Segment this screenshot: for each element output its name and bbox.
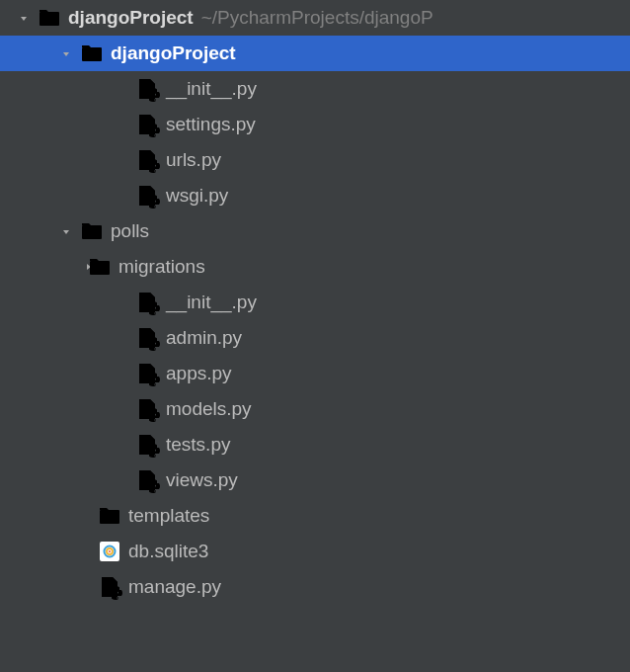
file-label: views.py xyxy=(166,469,238,491)
tree-row-templates[interactable]: templates xyxy=(0,498,630,534)
folder-label: migrations xyxy=(118,256,205,278)
file-label: admin.py xyxy=(166,327,242,349)
python-file-icon xyxy=(136,469,158,491)
tree-row-file-views[interactable]: views.py xyxy=(0,462,630,498)
tree-row-file-urls[interactable]: urls.py xyxy=(0,142,630,178)
python-file-icon xyxy=(136,398,158,420)
file-label: models.py xyxy=(166,398,252,420)
python-file-icon xyxy=(136,149,158,171)
python-file-icon xyxy=(99,576,120,598)
templates-folder-icon xyxy=(99,505,120,527)
tree-row-file-settings[interactable]: settings.py xyxy=(0,107,630,142)
tree-row-file-tests[interactable]: tests.py xyxy=(0,427,630,462)
chevron-down-icon[interactable] xyxy=(15,9,33,27)
file-label: wsgi.py xyxy=(166,185,228,207)
tree-row-file-db[interactable]: db.sqlite3 xyxy=(0,534,630,569)
file-label: __init__.py xyxy=(166,78,257,100)
folder-label: polls xyxy=(111,220,149,242)
tree-row-file-init2[interactable]: __init__.py xyxy=(0,285,630,320)
python-file-icon xyxy=(136,292,158,313)
project-root-path: ~/PycharmProjects/djangoP xyxy=(201,7,433,29)
python-file-icon xyxy=(136,327,158,349)
file-label: db.sqlite3 xyxy=(128,541,208,562)
python-file-icon xyxy=(136,363,158,384)
tree-row-root[interactable]: djangoProject ~/PycharmProjects/djangoP xyxy=(0,0,630,36)
file-label: settings.py xyxy=(166,114,256,135)
tree-row-polls[interactable]: polls xyxy=(0,213,630,249)
file-label: urls.py xyxy=(166,149,221,171)
python-file-icon xyxy=(136,78,158,100)
folder-icon xyxy=(39,7,60,29)
tree-row-file-apps[interactable]: apps.py xyxy=(0,356,630,391)
tree-row-file-init1[interactable]: __init__.py xyxy=(0,71,630,107)
chevron-down-icon[interactable] xyxy=(57,222,75,240)
project-root-label: djangoProject xyxy=(68,7,194,29)
package-folder-icon xyxy=(81,220,103,242)
folder-label: djangoProject xyxy=(111,42,236,64)
tree-row-file-manage[interactable]: manage.py xyxy=(0,569,630,605)
file-label: __init__.py xyxy=(166,292,257,313)
file-label: manage.py xyxy=(128,576,221,598)
package-folder-icon xyxy=(81,42,103,64)
folder-label: templates xyxy=(128,505,209,527)
tree-row-file-models[interactable]: models.py xyxy=(0,391,630,427)
python-file-icon xyxy=(136,114,158,135)
chevron-down-icon[interactable] xyxy=(57,44,75,62)
tree-row-file-wsgi[interactable]: wsgi.py xyxy=(0,178,630,213)
package-folder-icon xyxy=(89,256,111,278)
python-file-icon xyxy=(136,185,158,207)
file-label: tests.py xyxy=(166,434,230,456)
file-label: apps.py xyxy=(166,363,232,384)
python-file-icon xyxy=(136,434,158,456)
tree-row-migrations[interactable]: migrations xyxy=(0,249,630,285)
sqlite-file-icon xyxy=(99,541,120,562)
tree-row-djangoproject-pkg[interactable]: djangoProject xyxy=(0,36,630,71)
tree-row-file-admin[interactable]: admin.py xyxy=(0,320,630,356)
